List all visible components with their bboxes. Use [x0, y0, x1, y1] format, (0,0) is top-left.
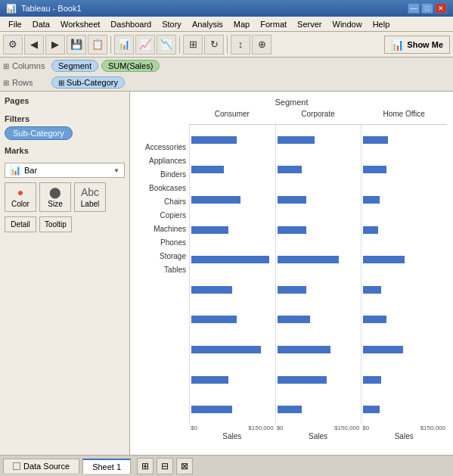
bar-row — [276, 305, 361, 335]
chart-button-1[interactable]: 📊 — [114, 35, 134, 54]
bar-chart-icon: 📊 — [10, 165, 21, 176]
show-me-button[interactable]: 📊 Show Me — [384, 36, 450, 54]
group-button[interactable]: ⊕ — [252, 35, 271, 54]
maximize-button[interactable]: □ — [421, 3, 433, 14]
bar — [278, 196, 306, 204]
sheet1-tab[interactable]: Sheet 1 — [82, 459, 131, 474]
row-label: Accessories — [136, 140, 189, 154]
detail-label: Detail — [11, 220, 30, 229]
row-label: Machines — [136, 222, 189, 235]
refresh-button[interactable]: ↻ — [204, 35, 224, 54]
save-button[interactable]: 💾 — [67, 35, 86, 54]
separator-1 — [110, 36, 111, 54]
bar-row — [190, 125, 275, 155]
menu-item-analysis[interactable]: Analysis — [187, 18, 228, 30]
bar — [363, 286, 381, 294]
close-button[interactable]: ✕ — [435, 3, 447, 14]
back-button[interactable]: ◀ — [24, 35, 44, 54]
chart-axis-home office: $0$150,000Sales — [361, 425, 447, 446]
menu-item-worksheet[interactable]: Worksheet — [55, 18, 105, 30]
chart-axis-consumer: $0$150,000Sales — [189, 425, 275, 446]
color-label: Color — [11, 200, 29, 208]
bar-row — [361, 244, 447, 275]
size-button[interactable]: ⬤ Size — [39, 182, 71, 212]
menu-item-window[interactable]: Window — [327, 18, 368, 30]
axis-tick: $150,000 — [420, 425, 445, 431]
chart-columns: ConsumerCorporateHome Office $0$150,000S… — [189, 110, 447, 446]
chart-col-homeoffice — [361, 125, 447, 425]
bar-row — [190, 275, 275, 305]
filters-title: Filters — [5, 114, 125, 123]
bar — [363, 376, 381, 384]
axis-label: Sales — [395, 432, 414, 440]
menu-item-map[interactable]: Map — [228, 18, 255, 30]
menu-item-data[interactable]: Data — [27, 18, 55, 30]
bar-row — [361, 394, 447, 425]
dropdown-arrow-icon: ▼ — [113, 167, 119, 174]
bar — [363, 256, 404, 263]
sum-sales-pill[interactable]: SUM(Sales) — [101, 60, 160, 72]
sort-button[interactable]: ↕ — [231, 35, 250, 54]
bar-row — [361, 215, 447, 245]
menu-item-file[interactable]: File — [3, 18, 27, 30]
menubar: FileDataWorksheetDashboardStoryAnalysisM… — [0, 17, 453, 32]
new-dashboard-button[interactable]: ⊟ — [157, 458, 173, 474]
row-label: Tables — [136, 263, 189, 276]
segment-pill[interactable]: Segment — [51, 60, 98, 72]
bar — [278, 376, 327, 384]
main-content: ⊞ Columns Segment SUM(Sales) ⊞ Rows ⊞ Su… — [0, 58, 453, 455]
tooltip-button[interactable]: Tooltip — [39, 216, 72, 232]
bar — [363, 196, 380, 204]
axis-tick: $0 — [191, 425, 197, 431]
toolbar-button-1[interactable]: ⚙ — [3, 35, 23, 54]
axis-ticks: $0$150,000 — [189, 425, 275, 431]
bar-row — [190, 334, 275, 365]
bar — [278, 346, 331, 353]
bar — [278, 136, 315, 144]
bottom-bar: Data Source Sheet 1 ⊞ ⊟ ⊠ — [0, 455, 453, 476]
toolbar: ⚙ ◀ ▶ 💾 📋 📊 📈 📉 ⊞ ↻ ↕ ⊕ 📊 Show Me — [0, 32, 453, 58]
minimize-button[interactable]: — — [408, 3, 420, 14]
menu-item-story[interactable]: Story — [157, 18, 187, 30]
bar-row — [361, 334, 447, 365]
row-label: Bookcases — [136, 181, 189, 194]
window-title: Tableau - Book1 — [21, 4, 82, 13]
menu-item-server[interactable]: Server — [292, 18, 327, 30]
bar — [191, 136, 237, 144]
bar-row — [276, 125, 361, 155]
data-source-tab[interactable]: Data Source — [3, 459, 79, 473]
axis-tick: $0 — [277, 425, 284, 431]
new-sheet-button[interactable]: ⊞ — [137, 458, 154, 474]
forward-button[interactable]: ▶ — [45, 35, 65, 54]
bar — [363, 166, 386, 173]
bar-row — [190, 394, 275, 425]
axis-label: Sales — [222, 432, 241, 440]
data-source-label: Data Source — [23, 462, 70, 471]
left-panel: Pages Filters Sub-Category Marks 📊 Bar ▼… — [0, 92, 130, 455]
row-label: Chairs — [136, 194, 189, 208]
color-button[interactable]: ● Color — [5, 182, 36, 212]
row-label: Phones — [136, 235, 189, 249]
menu-item-dashboard[interactable]: Dashboard — [105, 18, 157, 30]
label-button[interactable]: Abc Label — [74, 182, 106, 212]
chart-button-2[interactable]: 📈 — [135, 35, 155, 54]
chart-button-3[interactable]: 📉 — [157, 35, 176, 54]
size-label: Size — [48, 200, 62, 208]
axis-ticks: $0$150,000 — [275, 425, 361, 431]
marks-type-dropdown[interactable]: 📊 Bar ▼ — [5, 163, 125, 178]
filter-button[interactable]: ⊞ — [183, 35, 203, 54]
menu-item-help[interactable]: Help — [368, 18, 396, 30]
copy-button[interactable]: 📋 — [88, 35, 107, 54]
bar-row — [190, 155, 275, 185]
subcategory-pill[interactable]: ⊞ Sub-Category — [51, 76, 125, 89]
bar — [278, 406, 303, 413]
detail-button[interactable]: Detail — [5, 216, 36, 232]
filter-subcategory-pill[interactable]: Sub-Category — [5, 126, 73, 140]
bar — [363, 316, 386, 323]
bar-row — [276, 244, 361, 275]
bar — [191, 256, 269, 263]
menu-item-format[interactable]: Format — [255, 18, 292, 30]
new-story-button[interactable]: ⊠ — [176, 458, 193, 474]
chart-row-labels: AccessoriesAppliancesBindersBookcasesCha… — [136, 110, 189, 446]
bar — [278, 316, 310, 323]
